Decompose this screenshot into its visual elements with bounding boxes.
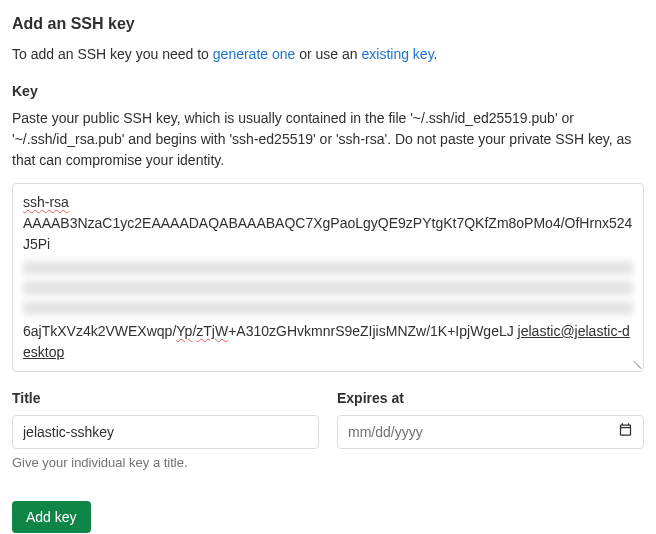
page-heading: Add an SSH key (12, 12, 644, 36)
ssh-key-textarea[interactable]: ssh-rsa AAAAB3NzaC1yc2EAAAADAQABAAABAQC7… (12, 183, 644, 372)
key-help-text: Paste your public SSH key, which is usua… (12, 108, 644, 171)
intro-mid: or use an (295, 46, 361, 62)
key-line2: AAAAB3NzaC1yc2EAAAADAQABAAABAQC7XgPaoLgy… (23, 213, 633, 255)
expires-label: Expires at (337, 388, 644, 409)
key-blurred-line (23, 301, 633, 315)
title-label: Title (12, 388, 319, 409)
expires-placeholder: mm/dd/yyyy (348, 422, 423, 443)
generate-one-link[interactable]: generate one (213, 46, 296, 62)
existing-key-link[interactable]: existing key (362, 46, 434, 62)
key-label: Key (12, 81, 644, 102)
intro-suffix: . (434, 46, 438, 62)
resize-handle-icon[interactable] (629, 357, 641, 369)
expires-input[interactable]: mm/dd/yyyy (337, 415, 644, 449)
calendar-icon[interactable] (618, 422, 633, 443)
intro-prefix: To add an SSH key you need to (12, 46, 213, 62)
key-blurred-line (23, 281, 633, 295)
intro-text: To add an SSH key you need to generate o… (12, 44, 644, 65)
title-input[interactable] (12, 415, 319, 449)
key-blurred-line (23, 261, 633, 275)
key-line1: ssh-rsa (23, 194, 69, 210)
add-key-button[interactable]: Add key (12, 501, 91, 533)
key-line5: 6ajTkXVz4k2VWEXwqp/Yp/zTjW+A310zGHvkmnrS… (23, 321, 633, 363)
title-hint: Give your individual key a title. (12, 453, 319, 473)
